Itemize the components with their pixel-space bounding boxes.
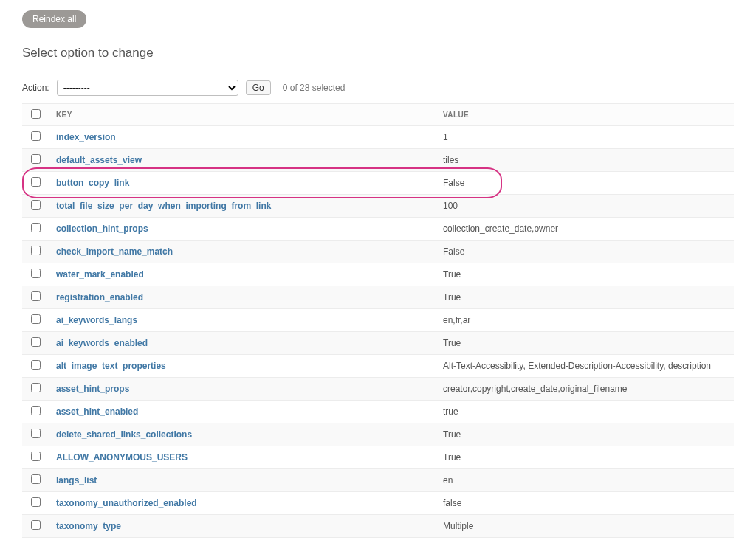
go-button[interactable]: Go bbox=[246, 80, 271, 95]
table-row: button_copy_linkFalse bbox=[22, 172, 734, 195]
key-link[interactable]: taxonomy_unauthorized_enabled bbox=[56, 498, 197, 508]
row-checkbox[interactable] bbox=[31, 154, 41, 164]
row-checkbox[interactable] bbox=[31, 497, 41, 507]
row-key-cell: langs_list bbox=[49, 469, 436, 492]
row-checkbox[interactable] bbox=[31, 429, 41, 438]
key-link[interactable]: asset_hint_props bbox=[56, 384, 129, 394]
table-row: alt_image_text_propertiesAlt-Text-Access… bbox=[22, 355, 734, 378]
table-row: check_import_name_matchFalse bbox=[22, 241, 734, 263]
row-checkbox[interactable] bbox=[31, 314, 41, 324]
row-check-cell bbox=[22, 332, 49, 355]
row-check-cell bbox=[22, 515, 49, 538]
key-link[interactable]: check_import_name_match bbox=[56, 246, 173, 257]
table-row: total_file_size_per_day_when_importing_f… bbox=[22, 195, 734, 218]
row-checkbox[interactable] bbox=[31, 131, 41, 141]
row-value-cell: en,fr,ar bbox=[436, 309, 734, 332]
row-value-cell: True bbox=[436, 332, 734, 355]
key-link[interactable]: ai_keywords_langs bbox=[56, 315, 137, 325]
header-key[interactable]: KEY bbox=[49, 104, 436, 126]
key-link[interactable]: alt_image_text_properties bbox=[56, 361, 166, 371]
row-check-cell bbox=[22, 538, 49, 544]
row-checkbox[interactable] bbox=[31, 520, 41, 530]
row-check-cell bbox=[22, 241, 49, 263]
row-key-cell: registration_enabled bbox=[49, 286, 436, 309]
table-row: asset_hint_propscreator,copyright,create… bbox=[22, 378, 734, 401]
row-check-cell bbox=[22, 355, 49, 378]
row-key-cell: collection_hint_props bbox=[49, 218, 436, 241]
key-link[interactable]: total_file_size_per_day_when_importing_f… bbox=[56, 201, 271, 211]
row-value-cell: True bbox=[436, 423, 734, 446]
row-checkbox[interactable] bbox=[31, 452, 41, 461]
row-key-cell: ALLOW_ANONYMOUS_USERS bbox=[49, 446, 436, 469]
header-value[interactable]: VALUE bbox=[436, 104, 734, 126]
row-checkbox[interactable] bbox=[31, 177, 41, 187]
row-checkbox[interactable] bbox=[31, 200, 41, 210]
row-check-cell bbox=[22, 172, 49, 195]
table-row: ai_keywords_langsen,fr,ar bbox=[22, 309, 734, 332]
row-checkbox[interactable] bbox=[31, 360, 41, 370]
row-check-cell bbox=[22, 126, 49, 149]
row-checkbox[interactable] bbox=[31, 406, 41, 415]
key-link[interactable]: default_assets_view bbox=[56, 155, 142, 165]
row-key-cell: total_file_size_per_day_when_importing_f… bbox=[49, 195, 436, 218]
reindex-button[interactable]: Reindex all bbox=[22, 10, 86, 28]
row-value-cell: False bbox=[436, 241, 734, 263]
row-check-cell bbox=[22, 263, 49, 286]
header-check bbox=[22, 104, 49, 126]
row-check-cell bbox=[22, 423, 49, 446]
row-checkbox[interactable] bbox=[31, 474, 41, 484]
key-link[interactable]: delete_shared_links_collections bbox=[56, 429, 192, 440]
table-row: taxonomy_enabledTrue bbox=[22, 538, 734, 544]
row-key-cell: water_mark_enabled bbox=[49, 263, 436, 286]
table-row: taxonomy_typeMultiple bbox=[22, 515, 734, 538]
row-value-cell: Multiple bbox=[436, 515, 734, 538]
row-checkbox[interactable] bbox=[31, 383, 41, 392]
row-key-cell: delete_shared_links_collections bbox=[49, 423, 436, 446]
action-label: Action: bbox=[22, 83, 49, 93]
selection-count: 0 of 28 selected bbox=[283, 83, 346, 93]
table-row: ALLOW_ANONYMOUS_USERSTrue bbox=[22, 446, 734, 469]
row-value-cell: False bbox=[436, 172, 734, 195]
row-key-cell: ai_keywords_enabled bbox=[49, 332, 436, 355]
row-key-cell: index_version bbox=[49, 126, 436, 149]
select-all-checkbox[interactable] bbox=[31, 109, 41, 119]
table-row: ai_keywords_enabledTrue bbox=[22, 332, 734, 355]
key-link[interactable]: water_mark_enabled bbox=[56, 269, 144, 280]
key-link[interactable]: ALLOW_ANONYMOUS_USERS bbox=[56, 452, 188, 463]
row-value-cell: True bbox=[436, 263, 734, 286]
row-value-cell: 100 bbox=[436, 195, 734, 218]
row-checkbox[interactable] bbox=[31, 269, 41, 278]
row-value-cell: True bbox=[436, 286, 734, 309]
key-link[interactable]: collection_hint_props bbox=[56, 224, 148, 234]
table-row: index_version1 bbox=[22, 126, 734, 149]
row-checkbox[interactable] bbox=[31, 291, 41, 301]
table-row: default_assets_viewtiles bbox=[22, 149, 734, 172]
key-link[interactable]: registration_enabled bbox=[56, 292, 143, 302]
row-checkbox[interactable] bbox=[31, 223, 41, 232]
row-checkbox[interactable] bbox=[31, 337, 41, 347]
row-value-cell: collection_create_date,owner bbox=[436, 218, 734, 241]
key-link[interactable]: button_copy_link bbox=[56, 178, 129, 188]
action-select[interactable]: --------- bbox=[57, 80, 238, 96]
row-check-cell bbox=[22, 492, 49, 515]
key-link[interactable]: ai_keywords_enabled bbox=[56, 338, 148, 348]
row-key-cell: alt_image_text_properties bbox=[49, 355, 436, 378]
table-row: asset_hint_enabledtrue bbox=[22, 401, 734, 423]
row-key-cell: taxonomy_type bbox=[49, 515, 436, 538]
row-value-cell: en bbox=[436, 469, 734, 492]
options-table: KEY VALUE index_version1default_assets_v… bbox=[22, 103, 734, 543]
row-key-cell: taxonomy_enabled bbox=[49, 538, 436, 544]
key-link[interactable]: taxonomy_type bbox=[56, 521, 121, 531]
table-row: registration_enabledTrue bbox=[22, 286, 734, 309]
key-link[interactable]: index_version bbox=[56, 132, 116, 142]
key-link[interactable]: asset_hint_enabled bbox=[56, 407, 138, 417]
key-link[interactable]: langs_list bbox=[56, 475, 97, 485]
row-key-cell: default_assets_view bbox=[49, 149, 436, 172]
row-checkbox[interactable] bbox=[31, 246, 41, 255]
row-check-cell bbox=[22, 309, 49, 332]
table-row: langs_listen bbox=[22, 469, 734, 492]
row-check-cell bbox=[22, 446, 49, 469]
row-check-cell bbox=[22, 378, 49, 401]
row-value-cell: tiles bbox=[436, 149, 734, 172]
row-key-cell: ai_keywords_langs bbox=[49, 309, 436, 332]
